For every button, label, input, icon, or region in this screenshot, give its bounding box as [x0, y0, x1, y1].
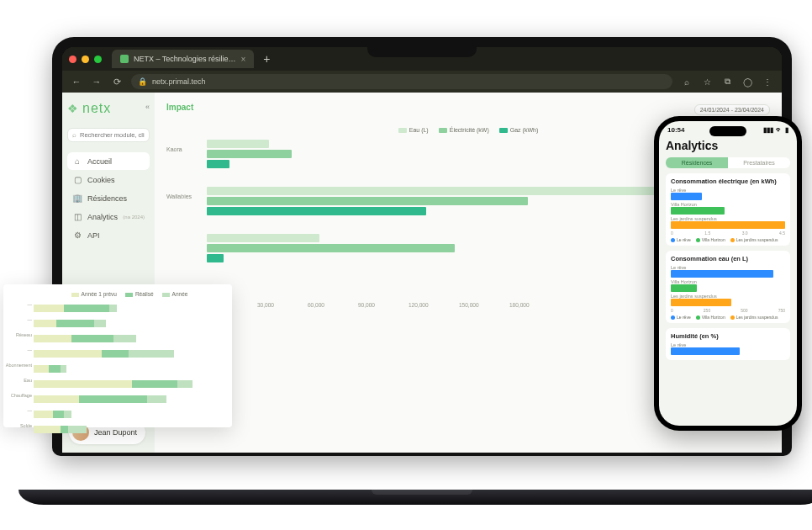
overlay-row: Solde — [34, 421, 225, 432]
tick: 500 — [741, 308, 747, 313]
legend-item: Villa Horizon — [702, 237, 725, 242]
sidebar-item-label: Résidences — [87, 194, 127, 203]
sidebar-item-cookies[interactable]: ▢ Cookies — [67, 171, 150, 188]
logo-mark-icon: ❖ — [67, 102, 79, 115]
bar-gaz — [207, 207, 426, 215]
overlay-segment — [34, 335, 71, 342]
close-icon[interactable]: × — [240, 55, 245, 64]
overlay-segment — [68, 426, 87, 433]
menu-icon[interactable]: ⋮ — [762, 77, 773, 87]
segmented-control: Résidences Prestataires — [666, 157, 790, 168]
legend-prev: Année 1 prévu — [71, 291, 117, 297]
sidebar-item-label: API — [87, 231, 100, 240]
xaxis-tick: 90,000 — [358, 302, 409, 308]
xaxis-tick: 60,000 — [308, 302, 358, 308]
cookie-icon: ▢ — [72, 175, 82, 184]
overlay-segment — [34, 320, 56, 327]
overlay-row: Réseau — [34, 331, 225, 342]
overlay-segment — [34, 350, 102, 358]
tick: 250 — [704, 308, 710, 313]
traffic-light-min[interactable] — [82, 56, 89, 63]
bar-eau — [207, 140, 269, 148]
card-xaxis: 0 1.5 3.0 4.5 — [671, 231, 785, 236]
legend-item: Villa Horizon — [702, 315, 725, 320]
sidebar-item-accueil[interactable]: ⌂ Accueil — [67, 152, 150, 170]
bar — [671, 221, 785, 229]
overlay-row: — — [34, 406, 225, 417]
status-right: ▮▮▮ ᯤ ▮ — [763, 126, 788, 134]
overlay-segment — [147, 395, 166, 403]
overlay-row: Abonnement — [34, 361, 225, 372]
chart-icon: ◫ — [72, 212, 82, 221]
building-icon: 🏢 — [72, 193, 82, 203]
overlay-segment — [34, 305, 64, 312]
new-tab-button[interactable]: + — [259, 52, 274, 66]
page-title: Impact — [166, 103, 770, 112]
overlay-row: Eau — [34, 376, 225, 387]
overlay-segment — [34, 411, 53, 418]
legend-item: Le rêve — [677, 315, 691, 320]
tick: 0 — [671, 231, 673, 236]
overlay-row-label: — — [5, 347, 32, 352]
sidebar-nav: ⌂ Accueil ▢ Cookies 🏢 Résidences ◫ — [67, 152, 150, 244]
overlay-row-label: — — [5, 317, 32, 322]
overlay-segment — [53, 411, 65, 418]
overlay-segment — [109, 305, 117, 312]
card-elec: Consommation électrique (en kWh) Le rêve… — [666, 173, 790, 246]
card-eau: Consommation eau (en L) Le rêve Villa Ho… — [666, 251, 790, 323]
card-title: Humidité (en %) — [671, 332, 785, 340]
dynamic-island — [709, 126, 746, 136]
overlay-row: Chauffage — [34, 391, 225, 402]
sidebar-item-analytics[interactable]: ◫ Analytics (na 2024) — [67, 208, 150, 225]
star-icon[interactable]: ☆ — [701, 77, 713, 87]
search-icon[interactable]: ⌕ — [681, 77, 693, 87]
legend-real: Réalisé — [125, 291, 154, 297]
legend-annee: Année — [162, 291, 188, 297]
bar-elec — [207, 150, 292, 158]
traffic-light-close[interactable] — [69, 56, 76, 63]
extensions-icon[interactable]: ⧉ — [721, 77, 733, 87]
xaxis-tick: 120,000 — [409, 302, 459, 308]
legend-item: Les jardins suspendus — [736, 315, 778, 320]
bar-label: Villa Horizon — [671, 202, 785, 207]
bar — [671, 284, 697, 292]
overlay-row: — — [34, 300, 225, 311]
analytics-badge: (na 2024) — [123, 215, 145, 220]
card-legend: Le rêve Villa Horizon Les jardins suspen… — [671, 315, 785, 320]
address-bar[interactable]: 🔒 netx.primal.tech — [131, 74, 672, 89]
phone-title: Analytics — [666, 139, 790, 152]
reload-icon[interactable]: ⟳ — [111, 76, 123, 87]
tick: 3.0 — [742, 231, 748, 236]
segment-prestataires[interactable]: Prestataires — [728, 157, 790, 168]
back-icon[interactable]: ← — [71, 76, 82, 87]
impact-group-label: Kaora — [166, 146, 182, 152]
tick: 0 — [671, 308, 673, 313]
profile-icon[interactable]: ◯ — [741, 77, 753, 87]
tab-favicon — [120, 55, 129, 63]
card-humidite: Humidité (en %) Le rêve — [666, 328, 790, 360]
legend-item: Les jardins suspendus — [736, 237, 778, 242]
search-input[interactable] — [80, 131, 145, 139]
overlay-segment — [102, 350, 129, 358]
overlay-segment — [94, 320, 106, 327]
legend-elec: Électricité (kW) — [439, 127, 489, 133]
overlay-row-label: — — [5, 302, 32, 307]
battery-icon: ▮ — [785, 126, 788, 134]
date-range-picker[interactable]: 24/01/2024 - 23/04/2024 — [694, 104, 770, 115]
forward-icon[interactable]: → — [91, 76, 103, 87]
bar — [671, 193, 702, 200]
segment-residences[interactable]: Résidences — [666, 157, 728, 168]
sidebar-item-residences[interactable]: 🏢 Résidences — [67, 189, 150, 207]
phone-frame: 10:54 ▮▮▮ ᯤ ▮ Analytics Résidences Prest… — [654, 116, 802, 431]
sidebar-search[interactable]: ⌕ — [67, 128, 150, 142]
overlay-row-label: Réseau — [5, 332, 32, 337]
bar-elec — [207, 244, 455, 252]
sidebar-item-label: Cookies — [87, 176, 115, 184]
sidebar-item-api[interactable]: ⚙ API — [67, 226, 150, 244]
toolbar: ← → ⟳ 🔒 netx.primal.tech ⌕ ☆ ⧉ ◯ ⋮ — [62, 71, 782, 93]
browser-tab[interactable]: NETX – Technologies résilie… × — [112, 50, 254, 68]
sidebar-item-label: Analytics — [87, 213, 118, 221]
collapse-sidebar-button[interactable]: « — [145, 103, 150, 111]
traffic-light-max[interactable] — [94, 56, 102, 63]
api-icon: ⚙ — [72, 231, 82, 240]
